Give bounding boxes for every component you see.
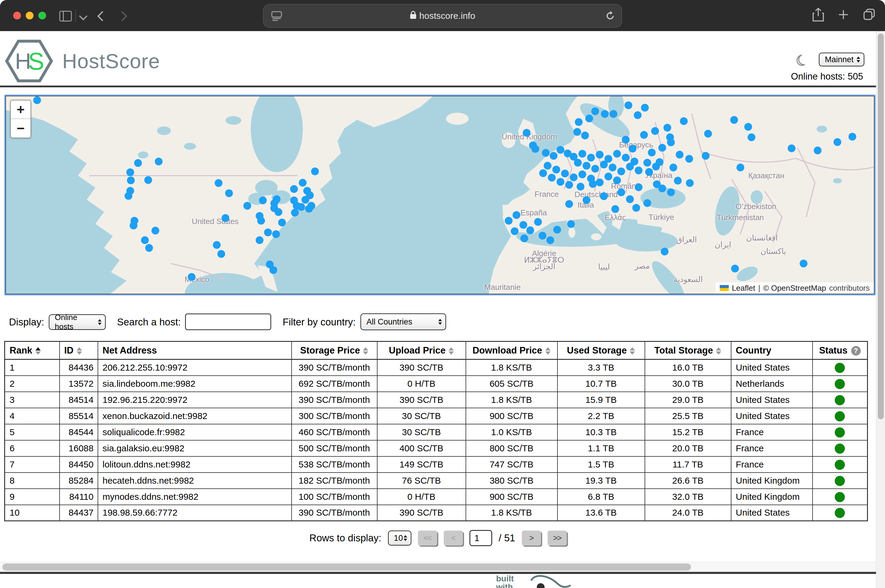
host-marker[interactable] <box>601 110 609 118</box>
host-marker[interactable] <box>520 234 528 242</box>
host-marker[interactable] <box>626 163 634 171</box>
host-marker[interactable] <box>126 168 134 176</box>
host-marker[interactable] <box>661 248 668 255</box>
host-marker[interactable] <box>505 217 513 225</box>
host-marker[interactable] <box>589 180 597 188</box>
host-marker[interactable] <box>582 162 590 170</box>
host-marker[interactable] <box>272 230 280 238</box>
host-marker[interactable] <box>217 250 225 258</box>
rows-per-page-select[interactable]: 10 <box>388 531 411 546</box>
host-marker[interactable] <box>670 164 677 171</box>
host-marker[interactable] <box>145 244 153 252</box>
host-marker[interactable] <box>788 144 795 152</box>
host-marker[interactable] <box>600 160 608 168</box>
column-header-total[interactable]: Total Storage <box>645 342 731 360</box>
host-row[interactable]: 213572sia.lindeboom.me:9982692 SC/TB/mon… <box>5 376 868 392</box>
host-marker[interactable] <box>658 144 666 152</box>
host-marker[interactable] <box>617 188 625 196</box>
host-marker[interactable] <box>561 170 569 177</box>
country-select[interactable]: All Countries <box>360 314 446 330</box>
host-marker[interactable] <box>557 178 564 186</box>
host-marker[interactable] <box>613 150 621 158</box>
host-marker[interactable] <box>513 211 520 219</box>
host-marker[interactable] <box>244 202 251 210</box>
host-marker[interactable] <box>290 185 298 193</box>
back-button[interactable] <box>97 11 107 21</box>
column-header-used[interactable]: Used Storage <box>557 342 645 360</box>
host-marker[interactable] <box>834 138 841 146</box>
host-marker[interactable] <box>648 148 656 156</box>
host-marker[interactable] <box>617 168 625 175</box>
host-marker[interactable] <box>274 208 282 216</box>
first-page-button[interactable]: << <box>418 531 437 546</box>
host-row[interactable]: 485514xenon.buckazoid.net:9982300 SC/TB/… <box>5 408 868 424</box>
dark-mode-toggle-moon-icon[interactable] <box>794 54 806 68</box>
host-marker[interactable] <box>585 114 593 122</box>
host-marker[interactable] <box>591 107 599 115</box>
host-marker[interactable] <box>155 158 163 165</box>
host-marker[interactable] <box>685 155 693 163</box>
host-marker[interactable] <box>605 172 612 180</box>
host-marker[interactable] <box>611 205 619 213</box>
address-bar[interactable]: hostscore.info <box>263 4 622 28</box>
host-marker[interactable] <box>814 147 822 154</box>
host-row[interactable]: 384514192.96.215.220:9972390 SC/TB/month… <box>5 392 868 408</box>
host-marker[interactable] <box>129 222 137 230</box>
tab-overview-icon[interactable] <box>863 8 876 22</box>
host-marker[interactable] <box>152 227 159 234</box>
host-marker[interactable] <box>582 196 590 204</box>
host-marker[interactable] <box>626 195 634 203</box>
host-marker[interactable] <box>635 183 643 191</box>
host-marker[interactable] <box>730 116 738 124</box>
hosts-map[interactable]: United KingdomБеларусьУкраїнаҚазақстанRo… <box>4 94 876 296</box>
network-select[interactable]: Mainnet <box>819 52 864 66</box>
minimize-window-button[interactable] <box>26 12 33 20</box>
host-marker[interactable] <box>526 226 534 234</box>
host-marker[interactable] <box>301 196 309 204</box>
host-marker[interactable] <box>578 150 586 158</box>
host-marker[interactable] <box>591 165 599 172</box>
host-marker[interactable] <box>264 228 272 236</box>
host-marker[interactable] <box>641 104 649 111</box>
host-marker[interactable] <box>539 169 547 177</box>
host-marker[interactable] <box>609 164 616 171</box>
host-marker[interactable] <box>800 260 807 267</box>
host-marker[interactable] <box>640 131 648 139</box>
vertical-scrollbar-thumb[interactable] <box>878 33 884 419</box>
host-marker[interactable] <box>511 227 519 235</box>
host-marker[interactable] <box>570 174 578 181</box>
horizontal-scrollbar-thumb[interactable] <box>2 564 691 571</box>
host-marker[interactable] <box>553 226 561 234</box>
host-marker[interactable] <box>596 178 604 186</box>
host-marker[interactable] <box>704 130 712 138</box>
zoom-in-button[interactable]: + <box>11 100 30 119</box>
host-marker[interactable] <box>565 181 573 189</box>
host-marker[interactable] <box>613 177 621 184</box>
page-number-input[interactable] <box>470 530 492 546</box>
host-marker[interactable] <box>674 177 682 184</box>
host-marker[interactable] <box>596 151 604 159</box>
zoom-window-button[interactable] <box>38 12 46 20</box>
host-marker[interactable] <box>656 158 664 166</box>
host-marker[interactable] <box>622 154 630 162</box>
host-marker[interactable] <box>134 159 142 167</box>
host-row[interactable]: 1084437198.98.59.66:7772390 SC/TB/month3… <box>5 505 868 521</box>
host-marker[interactable] <box>587 154 595 162</box>
host-marker[interactable] <box>667 188 675 196</box>
next-page-button[interactable]: > <box>522 531 541 546</box>
host-marker[interactable] <box>748 134 756 141</box>
page-settings-icon[interactable] <box>271 10 282 22</box>
host-row[interactable]: 616088sia.galaksio.eu:9982500 SC/TB/mont… <box>5 440 868 456</box>
host-marker[interactable] <box>278 219 286 226</box>
host-marker[interactable] <box>215 179 223 187</box>
host-marker[interactable] <box>625 101 632 109</box>
host-marker[interactable] <box>667 138 675 146</box>
host-marker[interactable] <box>257 217 265 225</box>
host-marker[interactable] <box>557 146 564 154</box>
zoom-out-button[interactable]: − <box>11 119 30 138</box>
host-row[interactable]: 784450lolitoun.ddns.net:9982538 SC/TB/mo… <box>5 456 868 472</box>
host-marker[interactable] <box>552 166 560 174</box>
host-marker[interactable] <box>581 132 589 140</box>
display-select[interactable]: Online hosts <box>49 314 106 330</box>
host-row[interactable]: 184436206.212.255.10:9972390 SC/TB/month… <box>5 360 868 376</box>
